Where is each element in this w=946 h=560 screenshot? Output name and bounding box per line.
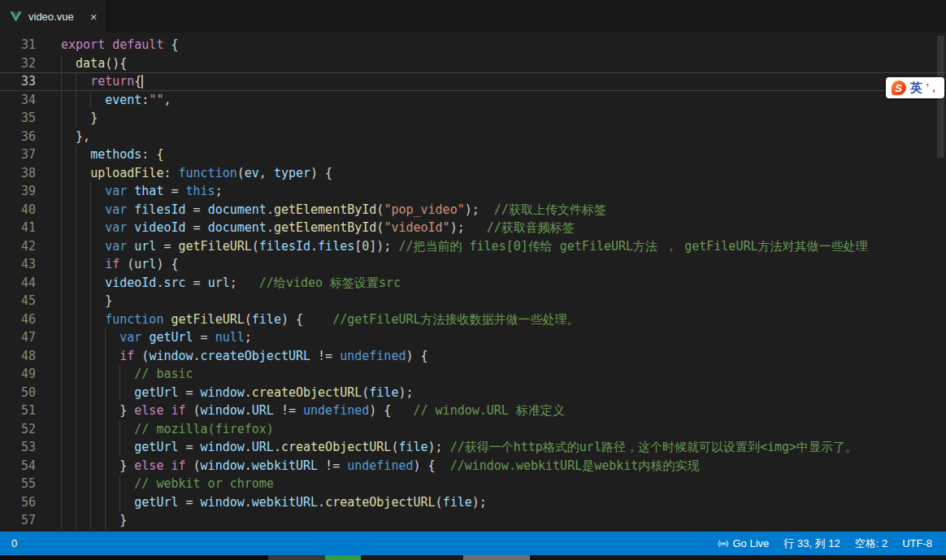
indent-guide	[90, 347, 91, 366]
indent-guide	[90, 255, 91, 274]
status-go-live[interactable]: Go Live	[710, 532, 777, 555]
indent-guide	[90, 274, 91, 293]
line-number: 34	[0, 91, 36, 110]
indent-guide	[76, 72, 76, 91]
status-cursor-position[interactable]: 行 33, 列 12	[776, 532, 847, 555]
code-line[interactable]: 53 getUrl = window.URL.createObjectURL(f…	[0, 438, 946, 457]
code-text: // basic	[61, 365, 946, 384]
indent-guide	[76, 109, 76, 128]
code-line[interactable]: 54 } else if (window.webkitURL != undefi…	[0, 457, 946, 475]
indent-guide	[90, 182, 91, 201]
indent-guide	[76, 164, 76, 183]
indent-guide	[90, 438, 91, 457]
code-text: if (url) {	[61, 255, 946, 274]
code-text: getUrl = window.URL.createObjectURL(file…	[61, 438, 946, 457]
code-line[interactable]: 46 function getFileURL(file) { //getFile…	[0, 310, 946, 329]
indent-guide	[61, 384, 62, 402]
indent-guide	[90, 493, 91, 512]
status-indentation[interactable]: 空格: 2	[848, 532, 895, 555]
code-line[interactable]: 57 }	[0, 511, 946, 530]
broadcast-icon	[718, 538, 729, 549]
code-line[interactable]: 36 },	[0, 128, 946, 146]
code-line[interactable]: 44 videoId.src = url; //给video 标签设置src	[0, 274, 946, 293]
line-number: 42	[0, 237, 36, 256]
status-encoding[interactable]: UTF-8	[895, 532, 939, 555]
code-editor[interactable]: 31export default {32 data(){33 return{34…	[0, 33, 946, 532]
status-bar-left: 0	[0, 532, 24, 555]
code-line[interactable]: 31export default {	[0, 36, 946, 54]
line-number: 37	[0, 145, 36, 164]
tab-close-icon[interactable]: ×	[90, 11, 98, 23]
line-number: 51	[0, 402, 36, 420]
indent-guide	[61, 402, 62, 420]
code-line[interactable]: 41 var videoId = document.getElementById…	[0, 219, 946, 237]
indent-guide	[61, 237, 62, 256]
status-indentation-label: 空格: 2	[855, 536, 887, 551]
tab-video-vue[interactable]: video.vue ×	[0, 0, 107, 33]
ime-toolbar[interactable]: S 英 ’，	[886, 77, 944, 98]
code-text: methods: {	[61, 145, 946, 164]
code-line[interactable]: 34 event:"",	[0, 91, 946, 110]
code-line[interactable]: 52 // mozilla(firefox)	[0, 420, 946, 439]
indent-guide	[105, 402, 106, 420]
line-number: 50	[0, 384, 36, 402]
indent-guide	[76, 182, 76, 201]
code-text: }	[61, 109, 946, 128]
code-line[interactable]: 40 var filesId = document.getElementById…	[0, 201, 946, 219]
code-text: if (window.createObjectURL != undefined)…	[61, 347, 946, 366]
code-text: event:"",	[61, 91, 946, 110]
status-cursor-position-label: 行 33, 列 12	[783, 536, 840, 551]
status-bar-right: Go Live行 33, 列 12空格: 2UTF-8	[710, 532, 946, 555]
code-line[interactable]: 47 var getUrl = null;	[0, 328, 946, 347]
indent-guide	[76, 201, 76, 219]
code-line[interactable]: 48 if (window.createObjectURL != undefin…	[0, 347, 946, 366]
code-line[interactable]: 43 if (url) {	[0, 255, 946, 274]
code-text: export default {	[61, 36, 946, 54]
status-problems-count[interactable]: 0	[4, 532, 24, 555]
indent-guide	[119, 493, 120, 512]
status-bar: 0 Go Live行 33, 列 12空格: 2UTF-8	[0, 532, 946, 555]
code-line[interactable]: 45 }	[0, 292, 946, 310]
code-line[interactable]: 50 getUrl = window.createObjectURL(file)…	[0, 384, 946, 402]
code-text: data(){	[61, 54, 946, 73]
code-text: } else if (window.URL != undefined) { //…	[61, 402, 946, 420]
indent-guide	[119, 420, 120, 439]
ime-punctuation-mode[interactable]: ’，	[926, 81, 939, 95]
indent-guide	[90, 420, 91, 439]
indent-guide	[61, 72, 62, 91]
code-line[interactable]: 38 uploadFile: function(ev, typer) {	[0, 164, 946, 183]
code-line[interactable]: 56 getUrl = window.webkitURL.createObjec…	[0, 493, 946, 512]
code-line[interactable]: 33 return{	[0, 72, 946, 91]
indent-guide	[105, 420, 106, 439]
taskbar-sliver	[0, 555, 946, 560]
indent-guide	[90, 457, 91, 475]
code-line[interactable]: 39 var that = this;	[0, 182, 946, 201]
sogou-logo-icon[interactable]: S	[892, 80, 906, 95]
indent-guide	[76, 145, 76, 164]
line-number: 47	[0, 328, 36, 347]
line-number: 44	[0, 274, 36, 293]
indent-guide	[76, 255, 76, 274]
taskbar-segment	[325, 555, 361, 560]
indent-guide	[76, 438, 76, 457]
code-line[interactable]: 32 data(){	[0, 54, 946, 73]
line-number: 49	[0, 365, 36, 384]
line-number: 56	[0, 493, 36, 512]
status-go-live-label: Go Live	[733, 537, 770, 549]
code-line[interactable]: 42 var url = getFileURL(filesId.files[0]…	[0, 237, 946, 256]
code-line[interactable]: 35 }	[0, 109, 946, 128]
indent-guide	[90, 365, 91, 384]
code-line[interactable]: 49 // basic	[0, 365, 946, 384]
code-line[interactable]: 37 methods: {	[0, 145, 946, 164]
ime-language-mode[interactable]: 英	[910, 80, 922, 96]
status-encoding-label: UTF-8	[902, 537, 932, 549]
line-number: 46	[0, 310, 36, 329]
line-number: 57	[0, 511, 36, 530]
line-number: 33	[0, 72, 36, 91]
indent-guide	[90, 219, 91, 237]
code-line[interactable]: 51 } else if (window.URL != undefined) {…	[0, 402, 946, 420]
code-line[interactable]: 55 // webkit or chrome	[0, 475, 946, 493]
line-number: 54	[0, 457, 36, 475]
indent-guide	[90, 384, 91, 402]
indent-guide	[105, 347, 106, 366]
